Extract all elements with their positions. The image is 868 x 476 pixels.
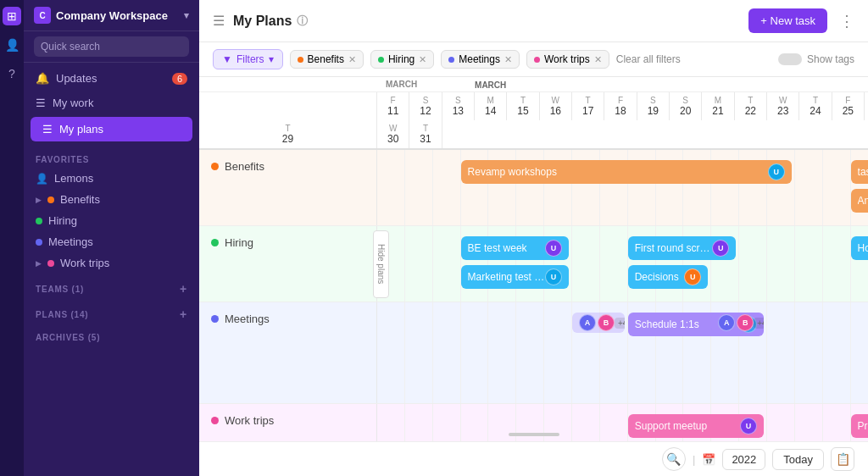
- cal-cell: [461, 404, 489, 441]
- people-icon[interactable]: 👤: [3, 36, 21, 54]
- event-task-testing[interactable]: task testingU: [851, 160, 868, 184]
- archives-section-title: ARCHIVES (5): [24, 324, 199, 346]
- filter-chip-work-trips[interactable]: Work trips ✕: [526, 50, 609, 69]
- date-cell-11: F11: [377, 92, 409, 120]
- fav-benefits[interactable]: ▶ Benefits: [24, 189, 199, 210]
- cal-cell: [823, 150, 851, 225]
- event-decisions[interactable]: DecisionsU: [628, 265, 709, 289]
- clear-filters-button[interactable]: Clear all filters: [616, 53, 681, 65]
- cal-cell: [767, 226, 795, 302]
- row-label-hiring: Hiring: [199, 226, 377, 302]
- date-cell-31: T31: [409, 120, 442, 148]
- sidebar-myplans-label: My plans: [59, 123, 103, 136]
- date-cell-22: T22: [735, 92, 767, 120]
- avatar-count: +4: [754, 318, 764, 329]
- fav-meetings[interactable]: Meetings: [24, 231, 199, 252]
- workspace-chevron[interactable]: ▾: [184, 10, 189, 21]
- search-area: [24, 31, 199, 63]
- show-tags-area: Show tags: [778, 53, 854, 65]
- cal-row-hiring: HiringBE test weekUFirst round screening…: [199, 226, 868, 302]
- divider: |: [693, 453, 695, 466]
- bottombar: 🔍 | 📅 2022 Today 📋: [199, 441, 868, 476]
- event-announcements[interactable]: AnnouncementsU: [851, 189, 868, 213]
- show-tags-toggle[interactable]: [778, 53, 802, 65]
- event-marketing-test[interactable]: Marketing test weekU: [461, 265, 569, 289]
- search-input[interactable]: [34, 36, 189, 57]
- new-task-button[interactable]: + New task: [748, 8, 827, 33]
- meetings-chip-close[interactable]: ✕: [504, 54, 512, 65]
- cal-cell: [544, 302, 572, 403]
- cal-cell: [795, 404, 823, 441]
- calendar-icon: 📅: [702, 453, 715, 466]
- more-options-button[interactable]: ⋮: [839, 12, 854, 30]
- event-revamp[interactable]: Revamp workshopsU: [461, 160, 792, 184]
- cal-cell: [600, 404, 628, 441]
- cal-row-benefits: BenefitsRevamp workshopsUtask testingUAn…: [199, 150, 868, 226]
- date-header-empty: [199, 92, 377, 120]
- filter-button[interactable]: ▼ Filters ▾: [213, 49, 283, 69]
- grid-area-meetings: Schedule 1:1sUAB+4AB+4AB+4: [377, 302, 868, 403]
- zoom-out-button[interactable]: 🔍: [662, 447, 686, 471]
- work-trips-chip-close[interactable]: ✕: [594, 54, 602, 65]
- my-plans-icon: ☰: [42, 123, 53, 136]
- grid-area-benefits: Revamp workshopsUtask testingUAnnounceme…: [377, 150, 868, 225]
- workspace-header[interactable]: C Company Workspace ▾: [24, 0, 199, 31]
- date-cell-14: M14: [475, 92, 507, 120]
- year-display: 2022: [722, 449, 765, 470]
- menu-icon[interactable]: ☰: [213, 13, 225, 29]
- benefits-chip-close[interactable]: ✕: [348, 54, 356, 65]
- filter-chip-benefits[interactable]: Benefits ✕: [290, 50, 364, 69]
- benefits-dot: [47, 196, 54, 203]
- avatar: A: [579, 314, 596, 331]
- date-cell-30: W30: [377, 120, 409, 148]
- help-icon[interactable]: ?: [3, 64, 21, 83]
- event-be-test[interactable]: BE test weekU: [461, 236, 569, 260]
- cal-cell: [488, 302, 516, 403]
- avatar: B: [598, 314, 615, 331]
- date-cell-26: S26: [865, 92, 868, 120]
- add-team-button[interactable]: +: [180, 282, 187, 296]
- fav-work-trips[interactable]: ▶ Work trips: [24, 252, 199, 274]
- cal-cell: [433, 404, 461, 441]
- sidebar-item-updates[interactable]: 🔔 Updates 6: [24, 66, 199, 91]
- event-avatars-group1[interactable]: AB+4: [572, 313, 625, 333]
- date-cell-16: W16: [540, 92, 572, 120]
- today-button[interactable]: Today: [772, 449, 824, 470]
- workspace-name: Company Workspace: [56, 9, 168, 22]
- event-avatar: U: [545, 268, 562, 285]
- workspace-icon: C: [34, 7, 51, 24]
- cal-cell: [795, 302, 823, 403]
- cal-cell: [433, 302, 461, 403]
- event-label: Marketing test week: [468, 271, 545, 283]
- home-icon[interactable]: ⊞: [3, 7, 21, 25]
- work-trips-chip-dot: [534, 57, 540, 63]
- hiring-chip-close[interactable]: ✕: [419, 54, 426, 65]
- add-plan-button[interactable]: +: [180, 307, 187, 321]
- sidebar-item-my-work[interactable]: ☰ My work: [24, 91, 199, 115]
- sidebar-item-my-plans[interactable]: ☰ My plans: [31, 117, 192, 141]
- event-prep-meetup[interactable]: Preparations for company meetupU: [851, 414, 868, 438]
- event-label: Decisions: [635, 271, 679, 283]
- filter-chip-meetings[interactable]: Meetings ✕: [441, 50, 520, 69]
- cal-cell: [405, 150, 433, 225]
- calendar-view-button[interactable]: 📋: [831, 447, 854, 471]
- fav-lemons[interactable]: 👤 Lemons: [24, 168, 199, 189]
- calendar-container[interactable]: MARCH F11S12S13M14T15W16T17F18S19S20M21T…: [199, 77, 868, 441]
- meetings-chip-dot: [448, 57, 454, 63]
- event-label: Announcements: [858, 195, 868, 207]
- lemons-icon: 👤: [36, 173, 48, 185]
- sidebar-updates-label: Updates: [56, 72, 97, 85]
- event-support-meetup[interactable]: Support meetupU: [628, 414, 764, 438]
- cal-cell: [377, 150, 405, 225]
- row-label-meetings: Meetings: [199, 302, 377, 403]
- hide-plans-button[interactable]: Hide plans: [373, 230, 389, 298]
- event-label: Preparations for company meetup: [858, 420, 868, 432]
- event-home-assign[interactable]: Home assignmentsU: [851, 236, 868, 260]
- event-first-round[interactable]: First round screeningU: [628, 236, 736, 260]
- info-icon[interactable]: ⓘ: [297, 14, 308, 29]
- cal-cell: [851, 302, 868, 403]
- event-avatars-group2[interactable]: AB+4: [711, 313, 764, 333]
- event-label: Support meetup: [635, 420, 707, 432]
- filter-chip-hiring[interactable]: Hiring ✕: [370, 50, 434, 69]
- fav-hiring[interactable]: Hiring: [24, 210, 199, 231]
